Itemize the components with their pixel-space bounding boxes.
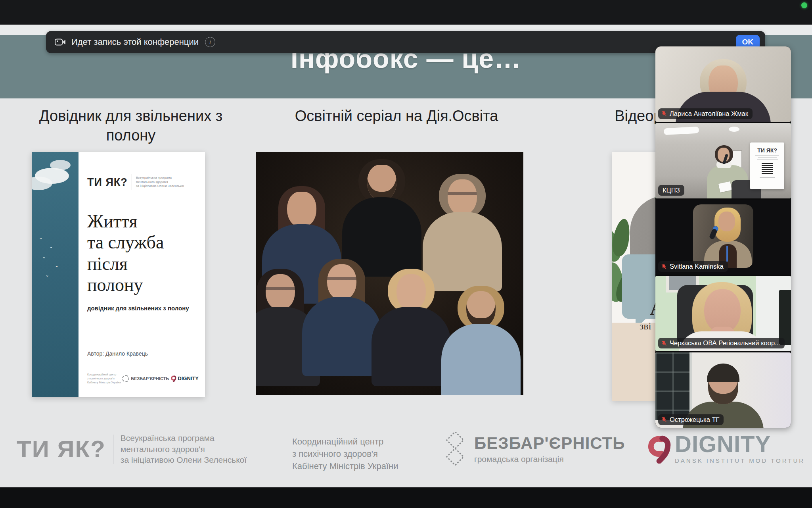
participant-name-tag: Острожецька ТГ <box>658 414 724 425</box>
bezbariernist-caption: громадська організація <box>474 454 625 464</box>
participant-name-tag: Черкаська ОВА Регіональний коор... <box>658 338 785 348</box>
bezbariernist-logo-small: БЕЗБАР'ЄРНІСТЬ <box>122 375 169 382</box>
zoom-meeting-window: Інфобокс — це… Довідник для звільнених з… <box>0 0 812 508</box>
person-silhouette <box>451 286 511 395</box>
person-silhouette <box>381 269 441 388</box>
camera-indicator-dot <box>801 2 807 8</box>
participant-tile-svitlana[interactable]: Svitlana Kaminska <box>655 200 791 275</box>
info-icon[interactable]: i <box>205 37 215 47</box>
handbook-cover-image: ⌄ ⌄ ⌄ ⌄ ⌄ ТИ ЯК? Всеукраїнська програма … <box>32 152 205 397</box>
bird-mark: ⌄ <box>55 263 59 268</box>
dignity-heart-icon <box>170 375 176 382</box>
app-bottom-bar <box>0 487 812 508</box>
participant-tile-larysa[interactable]: Лариса Анатоліївна Жмак <box>655 46 791 122</box>
tyyak-logo-caption: Всеукраїнська програма ментального здоро… <box>136 176 184 189</box>
recording-camera-icon <box>55 38 66 46</box>
tyyak-logo: ТИ ЯК? <box>87 176 128 189</box>
room-banner-text: ТИ ЯК? <box>750 147 784 154</box>
muted-mic-icon <box>661 264 667 270</box>
participants-video-panel: Лариса Анатоліївна Жмак ТИ ЯК? КЦПЗ <box>655 46 791 428</box>
bird-mark: ⌄ <box>39 235 43 240</box>
dignity-logo-small: DIGNITY <box>170 375 199 382</box>
participant-name-tag: КЦПЗ <box>658 185 684 196</box>
recording-toast-text: Идет запись этой конференции <box>71 37 199 47</box>
avatar <box>693 204 753 268</box>
series-group-photo <box>256 152 523 395</box>
column-heading-handbook: Довідник для звільнених з полону <box>16 106 246 146</box>
bird-mark: ⌄ <box>45 273 49 277</box>
person-silhouette <box>312 259 372 378</box>
dignity-caption: DANSK INSTITUT MOD TORTUR <box>675 457 805 464</box>
room-banner: ТИ ЯК? <box>750 142 784 189</box>
participant-name-tag: Svitlana Kaminska <box>658 261 728 272</box>
bezbariernist-wordmark: БЕЗБАР'ЄРНІСТЬ <box>474 434 625 453</box>
participant-tile-kcpz[interactable]: ТИ ЯК? КЦПЗ <box>655 123 791 198</box>
cloud-illustration <box>50 160 71 170</box>
person-silhouette <box>433 174 492 293</box>
thumbnail-text-fragment: зві <box>640 320 651 332</box>
dignity-wordmark: DIGNITY <box>675 433 805 456</box>
tyyak-caption: Всеукраїнська програма ментального здоро… <box>121 433 247 466</box>
app-top-bar <box>0 0 812 25</box>
footer-bezbariernist-logo: БЕЗБАР'ЄРНІСТЬ громадська організація <box>444 432 625 466</box>
muted-mic-icon <box>661 110 667 117</box>
participant-tile-cherkaska[interactable]: Черкаська ОВА Регіональний коор... <box>655 276 791 351</box>
dignity-heart-icon <box>645 433 671 464</box>
bezbariernist-icon <box>122 375 129 382</box>
footer-coordination-center-text: Координаційний центр з психічного здоров… <box>292 436 398 472</box>
footer-dignity-logo: DIGNITY DANSK INSTITUT MOD TORTUR <box>645 433 805 464</box>
book-author: Автор: Данило Кравець <box>87 350 148 357</box>
bird-mark: ⌄ <box>42 254 46 259</box>
muted-mic-icon <box>661 416 667 423</box>
divider <box>132 174 132 190</box>
qr-code <box>762 163 773 174</box>
column-heading-series: Освітній серіал на Дія.Освіта <box>285 106 508 126</box>
bird-mark: ⌄ <box>49 244 53 249</box>
muted-mic-icon <box>661 340 667 346</box>
footer-tyyak-logo: ТИ ЯК? Всеукраїнська програма ментальног… <box>17 433 247 466</box>
bezbariernist-icon <box>444 432 466 466</box>
book-cover-art: ⌄ ⌄ ⌄ ⌄ ⌄ <box>32 152 79 397</box>
tyyak-wordmark: ТИ ЯК? <box>17 435 106 463</box>
book-footer-coordination-center: Координаційний центр з психічного здоров… <box>87 373 121 384</box>
participant-tile-ostrozhetska[interactable]: Острожецька ТГ <box>655 352 791 428</box>
participant-name-tag: Лариса Анатоліївна Жмак <box>658 108 753 119</box>
book-subtitle: довідник для звільнених з полону <box>87 305 198 312</box>
divider <box>113 435 113 464</box>
book-title: Життя та служба після полону <box>87 211 198 295</box>
